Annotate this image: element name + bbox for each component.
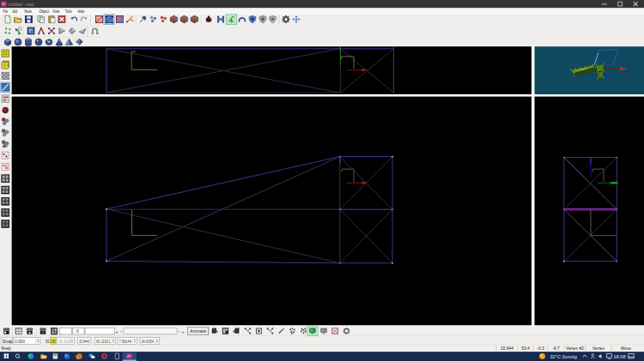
svg-text:»: » [182, 329, 185, 334]
svg-text:18:08: 18:08 [614, 354, 626, 359]
svg-text:15.944: 15.944 [501, 346, 513, 351]
svg-text:Mode: Mode [24, 9, 31, 14]
svg-text:15.9440: 15.9440 [79, 340, 90, 344]
svg-text:File: File [3, 9, 9, 14]
svg-text:-0.3: -0.3 [537, 346, 544, 351]
svg-text:0: 0 [76, 328, 79, 334]
svg-text:7.99144: 7.99144 [118, 340, 131, 344]
svg-text:Edit: Edit [13, 9, 18, 14]
svg-text:Move: Move [621, 346, 631, 351]
svg-text:Help: Help [78, 9, 85, 14]
svg-text:›: › [178, 328, 179, 334]
svg-text:53.4: 53.4 [521, 346, 530, 351]
svg-text:Animate: Animate [190, 328, 206, 334]
svg-text:Vertex #2: Vertex #2 [566, 346, 584, 351]
svg-text:Untitled - med: Untitled - med [8, 2, 33, 7]
svg-text:0.000: 0.000 [15, 340, 25, 344]
svg-text:Tools: Tools [65, 9, 72, 14]
svg-text:63.21521: 63.21521 [96, 340, 111, 344]
svg-text:15.000: 15.000 [58, 340, 70, 344]
svg-text:«: « [116, 329, 118, 334]
svg-text:-6.7: -6.7 [552, 346, 560, 351]
svg-text:View: View [52, 9, 59, 14]
svg-text:‹: ‹ [121, 328, 123, 334]
svg-text:SS: SS [46, 339, 50, 344]
svg-text:24.0054: 24.0054 [141, 340, 154, 344]
svg-text:05: 05 [51, 340, 56, 344]
svg-text:Object: Object [39, 9, 50, 14]
svg-text:Vertex: Vertex [592, 346, 605, 351]
svg-text:32°C Sonnig: 32°C Sonnig [550, 354, 577, 359]
svg-text:Ready: Ready [2, 346, 12, 351]
svg-text:Snap: Snap [3, 339, 13, 344]
